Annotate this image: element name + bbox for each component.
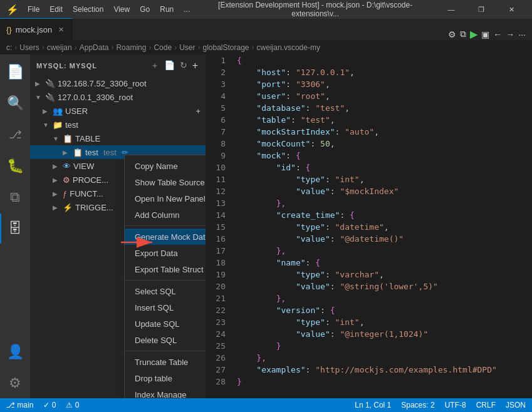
tree-item-127[interactable]: ▼ 🔌 127.0.0.1_3306_root xyxy=(30,90,206,104)
tree-label: 192.168.7.52_3306_root xyxy=(58,79,147,88)
menu-more[interactable]: ... xyxy=(180,4,194,15)
tab-close-button[interactable]: ✕ xyxy=(56,24,66,34)
separator xyxy=(125,351,206,351)
chevron-right-icon: ▶ xyxy=(53,204,60,211)
activity-extensions[interactable]: ⧉ xyxy=(0,182,30,212)
table-group-icon: 📋 xyxy=(63,134,73,143)
separator xyxy=(125,280,206,281)
tree-item-user[interactable]: ▶ 👥 USER + xyxy=(30,104,206,118)
breadcrumb-part[interactable]: Code xyxy=(154,43,172,52)
run-icon[interactable]: ▶ xyxy=(470,28,477,40)
menu-selection[interactable]: Selection xyxy=(69,4,107,15)
ctx-export-table-struct[interactable]: Export Table Struct xyxy=(125,261,206,277)
settings-gear-icon: ⚙ xyxy=(9,375,21,391)
split-editor-icon[interactable]: ⧉ xyxy=(460,29,466,39)
status-cursor[interactable]: Ln 1, Col 1 xyxy=(355,401,391,409)
new-file-icon[interactable]: 📄 xyxy=(163,59,176,73)
breadcrumb-part[interactable]: cweijan.vscode-my xyxy=(257,43,320,52)
tree-label: TRIGGE... xyxy=(75,203,113,212)
breadcrumb-part[interactable]: globalStorage xyxy=(202,43,249,52)
activity-settings[interactable]: ⚙ xyxy=(0,368,30,398)
refresh-icon[interactable]: ↻ xyxy=(179,59,189,73)
status-language[interactable]: JSON xyxy=(506,401,526,409)
activity-scm[interactable]: ⎇ xyxy=(0,120,30,150)
add-user-icon[interactable]: + xyxy=(196,106,206,116)
close-button[interactable]: ✕ xyxy=(497,0,526,19)
ctx-truncate-table[interactable]: Truncate Table xyxy=(125,354,206,370)
app-icon: ⚡ xyxy=(6,4,19,16)
ctx-add-column[interactable]: Add Column xyxy=(125,207,206,223)
tree-label: TABLE xyxy=(75,134,100,143)
menu-run[interactable]: Run xyxy=(156,4,177,15)
breadcrumb-part[interactable]: User xyxy=(179,43,195,52)
ctx-export-data[interactable]: Export Data xyxy=(125,245,206,261)
ctx-drop-table[interactable]: Drop table xyxy=(125,370,206,386)
ctx-show-table-source[interactable]: Show Table Source xyxy=(125,174,206,190)
status-branch[interactable]: ⎇ main xyxy=(6,401,33,409)
forward-icon[interactable]: → xyxy=(506,29,514,39)
source-control-icon: ⎇ xyxy=(9,128,22,142)
chevron-right-icon: ▶ xyxy=(53,163,60,170)
breadcrumb-part[interactable]: cweijan xyxy=(47,43,72,52)
menu-file[interactable]: File xyxy=(24,4,43,15)
sidebar-title: MYSQL: MYSQL xyxy=(36,62,97,70)
more-actions-icon[interactable]: ··· xyxy=(518,29,526,39)
view-icon: 👁 xyxy=(63,162,71,171)
tree-label: USER xyxy=(65,106,88,116)
tab-mock-json[interactable]: {} mock.json ✕ xyxy=(0,18,73,40)
chevron-right-icon: ▶ xyxy=(53,190,60,197)
tree-item-table-group[interactable]: ▼ 📋 TABLE xyxy=(30,131,206,145)
menu-edit[interactable]: Edit xyxy=(46,4,66,15)
add-connection-icon[interactable]: ＋ xyxy=(149,59,160,73)
breadcrumb-part[interactable]: Users xyxy=(19,43,39,52)
trigger-icon: ⚡ xyxy=(63,203,73,212)
tree-item-192[interactable]: ▶ 🔌 192.168.7.52_3306_root xyxy=(30,76,206,90)
maximize-button[interactable]: ❐ xyxy=(467,0,496,19)
activity-database[interactable]: 🗄 xyxy=(0,214,30,244)
server-icon: 🔌 xyxy=(45,93,55,102)
ctx-select-sql[interactable]: Select SQL xyxy=(125,283,206,299)
ctx-open-new-panel[interactable]: Open In New Panel xyxy=(125,190,206,207)
status-spaces[interactable]: Spaces: 2 xyxy=(401,401,434,409)
status-eol[interactable]: CRLF xyxy=(476,401,496,409)
minimize-button[interactable]: — xyxy=(437,0,466,19)
activity-bar: 📄 🔍 ⎇ 🐛 ⧉ 🗄 👤 ⚙ xyxy=(0,54,30,398)
table-icon: 📋 xyxy=(73,148,83,157)
status-errors[interactable]: ✓ 0 xyxy=(43,401,56,409)
add-icon[interactable]: + xyxy=(191,59,199,73)
sidebar-actions[interactable]: ＋ 📄 ↻ + xyxy=(149,59,199,73)
extensions-icon: ⧉ xyxy=(10,189,20,205)
breadcrumb-part[interactable]: c: xyxy=(6,43,12,52)
ctx-delete-sql[interactable]: Delete SQL xyxy=(125,332,206,348)
tree-label: 127.0.0.1_3306_root xyxy=(58,93,133,102)
ctx-copy-name[interactable]: Copy Name xyxy=(125,158,206,174)
tab-bar: {} mock.json ✕ ⚙ ⧉ ▶ ▣ ← → ··· xyxy=(0,19,532,41)
code-editor[interactable]: { "host": "127.0.0.1", "port": "3306", "… xyxy=(231,54,532,398)
settings-icon[interactable]: ⚙ xyxy=(448,29,456,39)
ctx-update-sql[interactable]: Update SQL xyxy=(125,316,206,332)
tab-label: mock.json xyxy=(16,25,53,34)
ctx-index-manage[interactable]: Index Manage xyxy=(125,386,206,398)
activity-account[interactable]: 👤 xyxy=(0,337,30,367)
breadcrumb-part[interactable]: Roaming xyxy=(116,43,146,52)
ctx-insert-sql[interactable]: Insert SQL xyxy=(125,299,206,316)
window-controls[interactable]: — ❐ ✕ xyxy=(437,0,526,19)
tree-label: FUNCT... xyxy=(70,189,103,198)
tree-item-test-db[interactable]: ▼ 📁 test xyxy=(30,118,206,131)
menu-view[interactable]: View xyxy=(110,4,133,15)
search-icon: 🔍 xyxy=(7,95,24,111)
status-warnings[interactable]: ⚠ 0 xyxy=(66,401,79,409)
activity-search[interactable]: 🔍 xyxy=(0,88,30,118)
status-encoding[interactable]: UTF-8 xyxy=(445,401,466,409)
layout-icon[interactable]: ▣ xyxy=(481,29,489,39)
activity-explorer[interactable]: 📄 xyxy=(0,57,30,87)
breadcrumb-part[interactable]: AppData xyxy=(80,43,109,52)
database-icon: 🗄 xyxy=(8,220,22,237)
menu-go[interactable]: Go xyxy=(136,4,154,15)
sidebar-header: MYSQL: MYSQL ＋ 📄 ↻ + xyxy=(30,54,206,76)
breadcrumb: c: › Users › cweijan › AppData › Roaming… xyxy=(0,41,532,54)
menu-bar[interactable]: File Edit Selection View Go Run ... xyxy=(24,4,194,15)
back-icon[interactable]: ← xyxy=(493,29,502,39)
ctx-generate-mock-data[interactable]: Generate Mock Data xyxy=(125,229,206,245)
activity-debug[interactable]: 🐛 xyxy=(0,151,30,181)
